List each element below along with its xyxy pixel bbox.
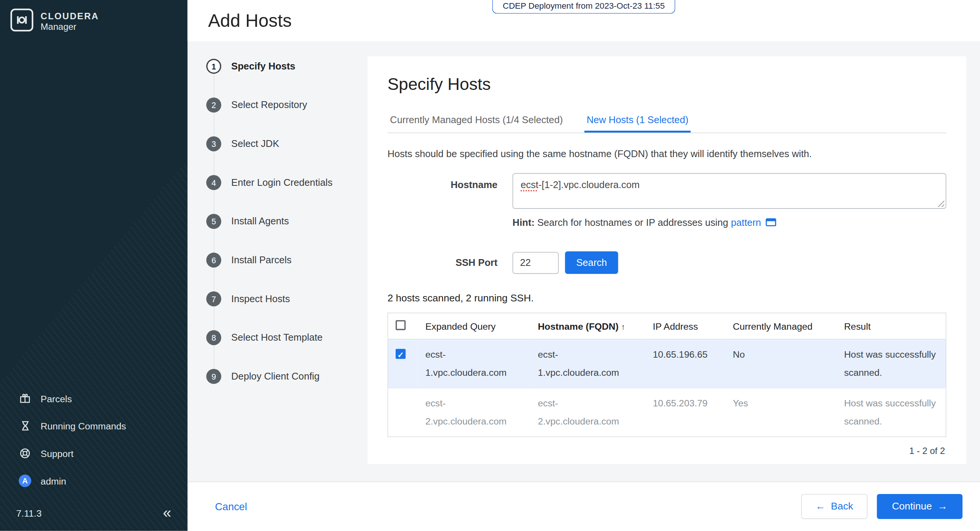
step-number: 7: [206, 292, 221, 307]
row-checkbox-cell: ✓: [388, 339, 417, 388]
row-checkbox-cell: [388, 388, 417, 437]
admin-avatar: A: [19, 475, 31, 487]
cell-result: Host was successfully scanned.: [837, 388, 946, 437]
back-button[interactable]: ← Back: [801, 494, 867, 519]
back-arrow-icon: ←: [815, 501, 825, 511]
step-label: Enter Login Credentials: [231, 177, 332, 188]
ssh-port-label: SSH Port: [387, 257, 512, 268]
cloudera-logo-icon: [10, 8, 33, 35]
deployment-banner: CDEP Deployment from 2023-Oct-23 11:55: [492, 0, 675, 14]
footer-actions: ← Back Continue →: [801, 494, 963, 519]
sidebar-item-label: Parcels: [41, 393, 72, 404]
step-number: 4: [206, 175, 221, 190]
column-expanded-query: Expanded Query: [418, 313, 530, 340]
wizard-step-select-host-template: 8 Select Host Template: [206, 330, 368, 345]
pagination: 1 - 2 of 2: [389, 446, 945, 456]
ssh-port-row: SSH Port Search: [387, 252, 946, 274]
sidebar-item-label: admin: [41, 475, 67, 486]
wizard-steps: 1 Specify Hosts 2 Select Repository 3 Se…: [188, 41, 368, 482]
sidebar-item-label: Support: [41, 448, 73, 459]
open-pattern-dialog-icon[interactable]: [765, 217, 776, 229]
brand-text: CLOUDERA Manager: [41, 11, 99, 32]
sidebar-item-label: Running Commands: [41, 420, 126, 431]
row-checkbox[interactable]: ✓: [396, 349, 406, 359]
continue-button[interactable]: Continue →: [877, 494, 963, 519]
step-label: Install Parcels: [231, 255, 292, 266]
main-area: Add Hosts CDEP Deployment from 2023-Oct-…: [188, 0, 980, 531]
scanned-hosts-table: Expanded Query Hostname (FQDN)↑ IP Addre…: [387, 313, 946, 437]
parcels-icon: [19, 392, 31, 405]
sidebar-item-running-commands[interactable]: Running Commands: [0, 412, 188, 440]
wizard-step-select-repository: 2 Select Repository: [206, 97, 368, 113]
step-label: Inspect Hosts: [231, 293, 290, 305]
wizard-step-select-jdk: 3 Select JDK: [206, 136, 368, 151]
wizard-step-deploy-client-config: 9 Deploy Client Config: [206, 369, 368, 384]
step-label: Specify Hosts: [231, 61, 296, 72]
page-header: Add Hosts CDEP Deployment from 2023-Oct-…: [188, 0, 980, 41]
brand-name: CLOUDERA: [41, 11, 99, 21]
hostname-hint: Hint: Search for hostnames or IP address…: [513, 217, 947, 228]
cancel-link[interactable]: Cancel: [215, 501, 247, 512]
cell-expanded-query: ecst-1.vpc.cloudera.com: [418, 339, 530, 388]
cell-hostname: ecst-2.vpc.cloudera.com: [530, 388, 646, 437]
column-hostname-fqdn[interactable]: Hostname (FQDN)↑: [530, 313, 646, 340]
app-root: CLOUDERA Manager Parcels: [0, 0, 980, 531]
hint-bold: Hint:: [513, 217, 535, 227]
step-number: 3: [206, 136, 221, 151]
tab-new-hosts[interactable]: New Hosts (1 Selected): [584, 108, 691, 132]
sort-ascending-icon: ↑: [621, 322, 625, 332]
scan-summary: 2 hosts scanned, 2 running SSH.: [387, 293, 946, 304]
cell-ip-address: 10.65.196.65: [645, 339, 725, 388]
content-card: Specify Hosts Currently Managed Hosts (1…: [368, 56, 966, 464]
sidebar-footer: 7.11.3 «: [0, 495, 188, 531]
sidebar-item-parcels[interactable]: Parcels: [0, 384, 188, 412]
wizard-workspace: 1 Specify Hosts 2 Select Repository 3 Se…: [188, 41, 980, 482]
table-row-ecst-1[interactable]: ✓ ecst-1.vpc.cloudera.com ecst-1.vpc.clo…: [388, 339, 946, 388]
hostname-row: Hostname ecst-[1-2].vpc.cloudera.com Hin…: [387, 173, 946, 229]
brand-product: Manager: [41, 22, 99, 31]
step-number: 6: [206, 253, 221, 268]
hostname-field: ecst-[1-2].vpc.cloudera.com Hint: Search…: [513, 173, 947, 229]
sidebar-nav: Parcels Running Commands: [0, 384, 188, 494]
column-label: Hostname (FQDN): [538, 321, 619, 331]
hostname-value-misspelled: ecst: [520, 179, 538, 190]
hostname-value-rest: -[1-2].vpc.cloudera.com: [538, 179, 640, 190]
wizard-step-inspect-hosts: 7 Inspect Hosts: [206, 292, 368, 307]
search-button[interactable]: Search: [565, 252, 618, 274]
wizard-step-install-agents: 5 Install Agents: [206, 214, 368, 229]
sidebar-item-support[interactable]: Support: [0, 440, 188, 467]
hosts-description: Hosts should be specified using the same…: [387, 148, 946, 159]
wizard-step-enter-login-credentials: 4 Enter Login Credentials: [206, 175, 368, 190]
ssh-port-input[interactable]: [513, 252, 559, 273]
page-title: Add Hosts: [208, 10, 292, 31]
brand: CLOUDERA Manager: [0, 0, 188, 43]
tabs: Currently Managed Hosts (1/4 Selected) N…: [387, 108, 946, 133]
tab-currently-managed-hosts[interactable]: Currently Managed Hosts (1/4 Selected): [387, 108, 565, 132]
cell-currently-managed: No: [725, 339, 837, 388]
step-label: Select Host Template: [231, 332, 323, 343]
wizard-footer: Cancel ← Back Continue →: [188, 482, 980, 531]
wizard-step-install-parcels: 6 Install Parcels: [206, 253, 368, 268]
step-label: Select Repository: [231, 99, 307, 111]
cell-currently-managed: Yes: [725, 388, 837, 437]
step-number: 5: [206, 214, 221, 229]
column-currently-managed: Currently Managed: [725, 313, 837, 340]
step-number: 1: [206, 59, 221, 74]
column-result: Result: [837, 313, 946, 340]
sidebar: CLOUDERA Manager Parcels: [0, 0, 188, 531]
pattern-link[interactable]: pattern: [731, 217, 761, 227]
sidebar-item-admin[interactable]: A admin: [0, 467, 188, 495]
step-number: 8: [206, 330, 221, 345]
table-header-row: Expanded Query Hostname (FQDN)↑ IP Addre…: [388, 313, 946, 340]
cell-expanded-query: ecst-2.vpc.cloudera.com: [418, 388, 530, 437]
hostname-input[interactable]: ecst-[1-2].vpc.cloudera.com: [513, 173, 947, 209]
collapse-sidebar-icon[interactable]: «: [163, 505, 172, 520]
step-label: Select JDK: [231, 138, 279, 150]
select-all-checkbox[interactable]: [396, 320, 406, 330]
hint-text: Search for hostnames or IP addresses usi…: [535, 217, 731, 227]
step-number: 9: [206, 369, 221, 384]
wizard-step-specify-hosts: 1 Specify Hosts: [206, 59, 368, 74]
continue-label: Continue: [892, 501, 932, 511]
hostname-label: Hostname: [387, 173, 512, 191]
running-commands-icon: [19, 419, 31, 432]
